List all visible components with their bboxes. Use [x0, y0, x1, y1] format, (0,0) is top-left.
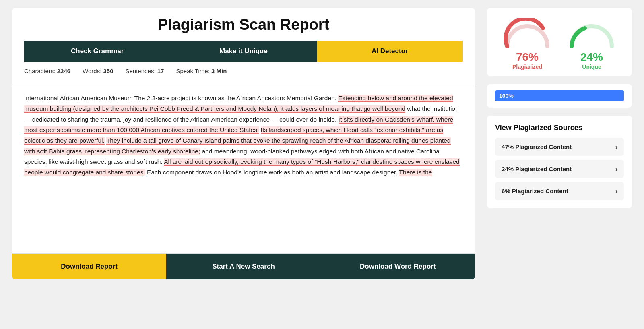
- progress-bar-label: 100%: [499, 93, 514, 99]
- chevron-icon-1: ›: [615, 166, 617, 172]
- source-item-0[interactable]: 47% Plagiarized Content ›: [495, 138, 624, 156]
- characters-stat: Characters: 2246: [24, 68, 70, 74]
- progress-section: 100%: [487, 84, 632, 108]
- source-label-1: 24% Plagiarized Content: [502, 166, 572, 172]
- plagiarized-percent: 76%: [516, 51, 539, 64]
- source-label-2: 6% Plagiarized Content: [502, 188, 568, 195]
- source-item-2[interactable]: 6% Plagiarized Content ›: [495, 182, 624, 200]
- sources-section: View Plagiarized Sources 47% Plagiarized…: [487, 116, 632, 208]
- text-content-area: International African American Museum Th…: [12, 85, 475, 254]
- progress-bar-inner: 100%: [495, 90, 624, 101]
- check-grammar-button[interactable]: Check Grammar: [24, 41, 170, 62]
- unique-percent: 24%: [580, 51, 603, 64]
- unique-gauge-svg: [566, 18, 618, 48]
- unique-label: Unique: [582, 64, 601, 70]
- chevron-icon-0: ›: [615, 143, 617, 150]
- footer-buttons: Download Report Start A New Search Downl…: [12, 254, 475, 279]
- download-report-button[interactable]: Download Report: [12, 254, 166, 279]
- sources-title: View Plagiarized Sources: [495, 124, 624, 132]
- plagiarized-gauge-svg: [501, 18, 553, 48]
- ai-detector-button[interactable]: AI Detector: [317, 41, 463, 62]
- new-search-button[interactable]: Start A New Search: [166, 254, 320, 279]
- action-buttons: Check Grammar Make it Unique AI Detector: [24, 41, 463, 62]
- chevron-icon-2: ›: [615, 188, 617, 195]
- right-panel: 76% Plagiarized 24% Unique 100%: [487, 8, 632, 279]
- header-section: Plagiarism Scan Report Check Grammar Mak…: [12, 8, 475, 85]
- source-item-1[interactable]: 24% Plagiarized Content ›: [495, 160, 624, 178]
- make-unique-button[interactable]: Make it Unique: [170, 41, 316, 62]
- plagiarized-gauge-wrapper: 76% Plagiarized: [501, 18, 553, 70]
- download-word-report-button[interactable]: Download Word Report: [321, 254, 475, 279]
- unique-gauge-wrapper: 24% Unique: [566, 18, 618, 70]
- text-mid-3: Each component draws on Hood's longtime …: [147, 169, 397, 176]
- plagiarized-label: Plagiarized: [512, 64, 542, 70]
- source-label-0: 47% Plagiarized Content: [502, 143, 572, 150]
- speak-time-stat: Speak Time: 3 Min: [176, 68, 227, 74]
- page-title: Plagiarism Scan Report: [24, 16, 463, 33]
- text-highlight-6: There is the: [399, 169, 432, 176]
- gauge-container: 76% Plagiarized 24% Unique: [487, 8, 632, 76]
- text-plain-start: International African American Museum Th…: [24, 95, 336, 101]
- left-panel: Plagiarism Scan Report Check Grammar Mak…: [12, 8, 475, 279]
- sentences-stat: Sentences: 17: [126, 68, 164, 74]
- stats-bar: Characters: 2246 Words: 350 Sentences: 1…: [24, 68, 463, 79]
- progress-bar-outer: 100%: [495, 90, 624, 101]
- words-stat: Words: 350: [83, 68, 113, 74]
- main-container: Plagiarism Scan Report Check Grammar Mak…: [12, 8, 632, 279]
